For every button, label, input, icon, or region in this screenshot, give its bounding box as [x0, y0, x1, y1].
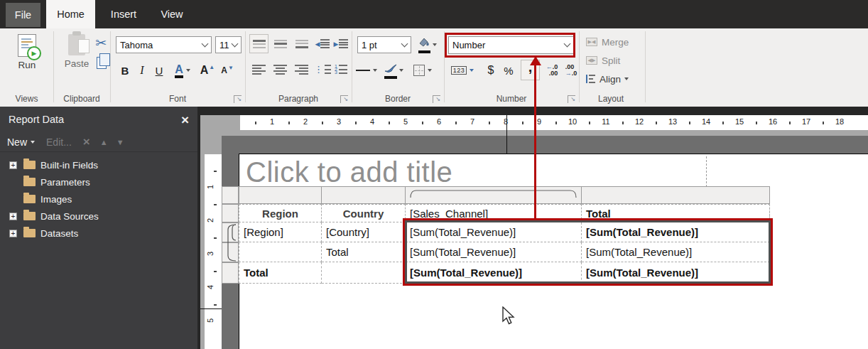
table-cell[interactable]: [Country] — [322, 222, 406, 242]
font-family-select[interactable]: Tahoma — [116, 36, 212, 53]
column-handle[interactable] — [581, 186, 770, 204]
align-top-icon — [253, 40, 266, 48]
copy-icon — [97, 57, 107, 69]
align-menu-button[interactable]: Align — [586, 71, 643, 87]
table-cell[interactable] — [239, 242, 322, 262]
column-handle[interactable] — [321, 186, 406, 204]
table-cell[interactable]: [Sum(Total_Revenue)] — [406, 222, 582, 242]
table-cell[interactable] — [322, 262, 406, 284]
number-format-gallery-button[interactable]: 123 — [449, 61, 476, 80]
delete-icon[interactable]: × — [83, 135, 90, 149]
italic-button[interactable]: I — [135, 61, 149, 80]
numbering-button[interactable]: 123 — [332, 60, 349, 79]
table-header-cell[interactable]: Total — [582, 204, 770, 222]
panel-close-icon[interactable]: × — [181, 113, 189, 127]
shrink-font-button[interactable]: A ▼ — [218, 61, 237, 80]
paragraph-dialog-launcher[interactable]: ↘ — [340, 95, 348, 103]
percent-button[interactable]: % — [501, 61, 516, 80]
increase-indent-icon — [339, 39, 348, 48]
expand-icon[interactable]: + — [9, 161, 17, 169]
row-handle[interactable] — [222, 262, 239, 284]
table-cell[interactable]: [Sum(Total_Revenue)] — [582, 262, 770, 284]
tree-item-data-sources[interactable]: + Data Sources — [0, 208, 197, 225]
expand-icon[interactable]: + — [9, 230, 17, 237]
fill-color-button[interactable] — [416, 35, 440, 55]
bold-button[interactable]: B — [117, 61, 133, 80]
new-button[interactable]: New — [7, 136, 27, 148]
paste-button[interactable]: Paste — [59, 34, 94, 69]
column-handle[interactable] — [239, 186, 322, 204]
tab-view[interactable]: View — [152, 0, 192, 28]
font-size-select[interactable]: 11 — [215, 36, 242, 53]
move-down-icon[interactable]: ▼ — [116, 138, 124, 146]
table-cell[interactable]: [Sum(Total_Revenue)] — [406, 262, 582, 284]
tree-item-built-in-fields[interactable]: + Built-in Fields — [0, 156, 197, 173]
paste-label: Paste — [65, 58, 89, 69]
edit-button[interactable]: Edit... — [46, 136, 72, 148]
align-right-button[interactable] — [292, 60, 311, 79]
border-style-button[interactable] — [354, 61, 379, 80]
font-dialog-launcher[interactable]: ↘ — [234, 95, 242, 103]
main-area: Report Data × New Edit... × ▲ ▼ + Built-… — [0, 107, 868, 349]
table-cell[interactable]: [Region] — [239, 222, 322, 242]
table-header-cell[interactable]: [Sales_Channel] — [406, 204, 582, 222]
align-left-button[interactable] — [249, 60, 268, 79]
currency-button[interactable]: $ — [484, 61, 498, 80]
increase-indent-button[interactable]: ▶ — [332, 34, 349, 53]
align-center-button[interactable] — [271, 60, 290, 79]
ruler-number: 9 — [537, 117, 541, 126]
font-group-label: Font — [110, 94, 245, 104]
tab-home[interactable]: Home — [46, 0, 95, 28]
folder-icon — [23, 161, 36, 169]
ruler-tick — [288, 122, 290, 124]
table-header-cell[interactable]: Country — [322, 204, 406, 222]
row-handle[interactable] — [222, 204, 239, 222]
table-cell[interactable]: [Sum(Total_Revenue)] — [582, 242, 770, 262]
tree-item-parameters[interactable]: Parameters — [0, 173, 197, 190]
font-color-button[interactable]: A — [171, 61, 194, 80]
decrease-indent-button[interactable]: ◀ — [314, 34, 331, 53]
ruler-tick — [322, 122, 323, 124]
run-button[interactable]: ▶ Run — [6, 34, 48, 70]
grow-font-button[interactable]: A ▲ — [198, 61, 217, 80]
title-placeholder-box[interactable]: Click to add title — [246, 156, 707, 187]
tree-item-datasets[interactable]: + Datasets — [0, 225, 197, 242]
tab-file[interactable]: File — [6, 3, 40, 27]
paint-bucket-icon — [418, 37, 430, 53]
ribbon-tab-bar: File Home Insert View — [0, 0, 868, 28]
thousands-separator-button[interactable]: , — [521, 60, 540, 80]
move-up-icon[interactable]: ▲ — [100, 138, 108, 146]
ruler-number: 13 — [668, 117, 677, 126]
border-width-select[interactable]: 1 pt — [357, 36, 411, 53]
ruler-tick — [555, 122, 557, 124]
expand-icon[interactable]: + — [9, 213, 17, 220]
number-format-select[interactable]: Number — [448, 36, 574, 54]
ruler-tick — [789, 122, 791, 124]
border-color-button[interactable] — [381, 61, 406, 80]
decrease-decimals-button[interactable]: ←.0.00 — [543, 60, 561, 80]
bullets-button[interactable]: ⋮ — [314, 60, 331, 79]
tablix-corner-handle[interactable] — [222, 186, 239, 204]
align-middle-button[interactable] — [271, 34, 290, 53]
table-cell[interactable]: Total — [239, 262, 322, 284]
underline-button[interactable]: U — [151, 61, 167, 80]
borders-button[interactable] — [410, 61, 435, 80]
align-top-button[interactable] — [249, 34, 268, 53]
tree-item-images[interactable]: Images — [0, 190, 197, 208]
tab-insert[interactable]: Insert — [101, 0, 146, 28]
number-dialog-launcher[interactable]: ↘ — [568, 95, 575, 103]
border-dialog-launcher[interactable]: ↘ — [433, 95, 440, 103]
table-cell[interactable]: [Sum(Total_Revenue)] — [406, 242, 582, 262]
cut-button[interactable]: ✂ — [92, 34, 110, 51]
chevron-down-icon[interactable] — [31, 141, 35, 144]
table-cell[interactable]: [Sum(Total_Revenue)] — [582, 222, 770, 242]
table-cell[interactable]: Total — [322, 242, 406, 262]
table-header-cell[interactable]: Region — [239, 204, 322, 222]
copy-button[interactable] — [93, 54, 110, 71]
split-button[interactable]: ◀▶ Split — [586, 53, 640, 68]
align-bottom-button[interactable] — [292, 34, 311, 53]
chevron-down-icon — [564, 41, 571, 48]
split-cells-icon: ◀▶ — [586, 56, 597, 65]
merge-button[interactable]: ▶◀ Merge — [586, 34, 640, 50]
increase-decimals-button[interactable]: .00→.0 — [562, 60, 580, 80]
